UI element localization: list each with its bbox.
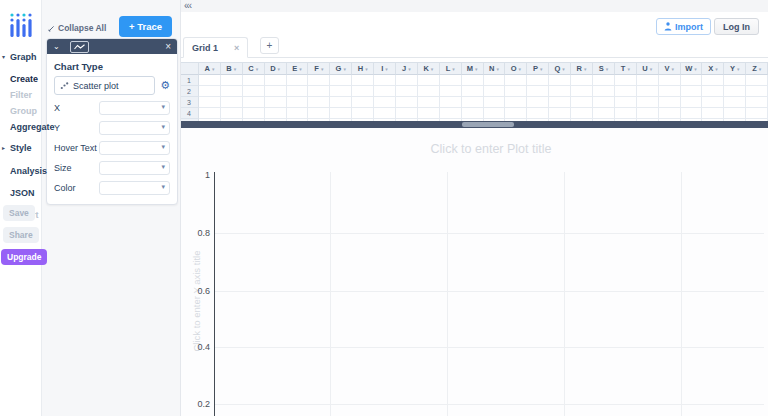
grid-cell[interactable] (702, 86, 724, 97)
column-header-t[interactable]: T▾ (615, 63, 637, 75)
grid-cell[interactable] (593, 97, 615, 108)
grid-cell[interactable] (199, 97, 221, 108)
column-header-f[interactable]: F▾ (308, 63, 330, 75)
column-header-l[interactable]: L▾ (440, 63, 462, 75)
grid-cell[interactable] (505, 108, 527, 119)
grid-cell[interactable] (681, 86, 703, 97)
chevron-down-icon[interactable]: ⌄ (53, 42, 60, 52)
sidebar-item-aggregate[interactable]: Aggregate (0, 119, 41, 135)
grid-cell[interactable] (659, 97, 681, 108)
grid-cell[interactable] (615, 108, 637, 119)
grid-cell[interactable] (243, 108, 265, 119)
grid-cell[interactable] (352, 97, 374, 108)
grid-cell[interactable] (199, 86, 221, 97)
share-button[interactable]: Share (3, 227, 39, 243)
grid-cell[interactable] (549, 97, 571, 108)
grid-cell[interactable] (287, 97, 309, 108)
grid-cell[interactable] (374, 97, 396, 108)
grid-cell[interactable] (593, 86, 615, 97)
grid-cell[interactable] (418, 108, 440, 119)
grid-cell[interactable] (352, 108, 374, 119)
grid-cell[interactable] (440, 86, 462, 97)
grid-cell[interactable] (527, 75, 549, 86)
grid-cell[interactable] (681, 75, 703, 86)
column-header-p[interactable]: P▾ (527, 63, 549, 75)
grid-cell[interactable] (396, 86, 418, 97)
grid-cell[interactable] (330, 86, 352, 97)
save-button[interactable]: Save (3, 205, 35, 221)
column-header-v[interactable]: V▾ (659, 63, 681, 75)
column-header-k[interactable]: K▾ (418, 63, 440, 75)
grid-cell[interactable] (527, 108, 549, 119)
login-button[interactable]: Log In (714, 18, 759, 35)
hover-text-dropdown[interactable]: ▾ (99, 141, 170, 155)
add-trace-button[interactable]: + Trace (119, 16, 172, 37)
close-icon[interactable]: × (165, 42, 171, 52)
grid-cell[interactable] (484, 75, 506, 86)
gear-icon[interactable]: ⚙ (160, 80, 170, 91)
row-number[interactable]: 4 (180, 108, 199, 119)
grid-cell[interactable] (265, 86, 287, 97)
grid-cell[interactable] (659, 75, 681, 86)
grid-cell[interactable] (462, 86, 484, 97)
column-header-c[interactable]: C▾ (243, 63, 265, 75)
grid-cell[interactable] (593, 75, 615, 86)
grid-cell[interactable] (637, 75, 659, 86)
column-header-i[interactable]: I▾ (374, 63, 396, 75)
collapse-all-button[interactable]: Collapse All (48, 23, 106, 33)
grid-cell[interactable] (484, 108, 506, 119)
grid-cell[interactable] (549, 86, 571, 97)
grid-cell[interactable] (199, 75, 221, 86)
grid-cell[interactable] (221, 86, 243, 97)
column-header-d[interactable]: D▾ (265, 63, 287, 75)
grid-cell[interactable] (462, 108, 484, 119)
grid-cell[interactable] (746, 97, 768, 108)
column-header-z[interactable]: Z▾ (746, 63, 768, 75)
import-button[interactable]: Import (656, 18, 711, 35)
row-number[interactable]: 2 (180, 86, 199, 97)
grid-cell[interactable] (593, 108, 615, 119)
grid-cell[interactable] (724, 86, 746, 97)
grid-cell[interactable] (505, 97, 527, 108)
grid-cell[interactable] (199, 108, 221, 119)
grid-cell[interactable] (243, 97, 265, 108)
column-header-x[interactable]: X▾ (702, 63, 724, 75)
grid-cell[interactable] (724, 97, 746, 108)
grid-cell[interactable] (440, 97, 462, 108)
grid-cell[interactable] (265, 75, 287, 86)
grid-cell[interactable] (418, 75, 440, 86)
column-header-s[interactable]: S▾ (593, 63, 615, 75)
grid-cell[interactable] (265, 108, 287, 119)
sidebar-item-create[interactable]: Create (0, 71, 41, 87)
grid-cell[interactable] (330, 75, 352, 86)
grid-cell[interactable] (637, 97, 659, 108)
grid-cell[interactable] (374, 75, 396, 86)
grid-cell[interactable] (659, 108, 681, 119)
tab-grid-1[interactable]: Grid 1 × (183, 37, 248, 58)
grid-cell[interactable] (265, 97, 287, 108)
grid-cell[interactable] (440, 75, 462, 86)
row-number[interactable]: 1 (180, 75, 199, 86)
grid-cell[interactable] (462, 97, 484, 108)
grid-cell[interactable] (330, 97, 352, 108)
column-header-e[interactable]: E▾ (287, 63, 309, 75)
y-axis-title-placeholder[interactable]: Click to enter Y axis title (191, 250, 202, 351)
x-dropdown[interactable]: ▾ (99, 101, 170, 115)
grid-cell[interactable] (308, 108, 330, 119)
column-header-a[interactable]: A▾ (199, 63, 221, 75)
grid-cell[interactable] (352, 86, 374, 97)
sidebar-item-group[interactable]: Group (0, 103, 41, 119)
column-header-j[interactable]: J▾ (396, 63, 418, 75)
grid-cell[interactable] (287, 86, 309, 97)
grid-cell[interactable] (724, 75, 746, 86)
sidebar-item-style[interactable]: ▸Style (0, 140, 41, 156)
sidebar-item-filter[interactable]: Filter (0, 87, 41, 103)
grid-cell[interactable] (549, 108, 571, 119)
column-header-h[interactable]: H▾ (352, 63, 374, 75)
grid-cell[interactable] (308, 86, 330, 97)
grid-cell[interactable] (308, 75, 330, 86)
scrollbar-thumb[interactable] (462, 122, 514, 127)
grid-cell[interactable] (287, 108, 309, 119)
grid-cell[interactable] (615, 97, 637, 108)
column-header-u[interactable]: U▾ (637, 63, 659, 75)
